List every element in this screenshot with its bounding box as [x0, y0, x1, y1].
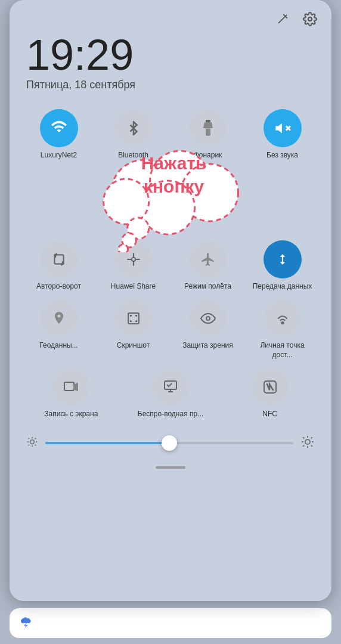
brightness-max-icon — [300, 435, 315, 452]
svg-point-33 — [305, 439, 310, 444]
cloud-text: Нажать кнопку — [141, 151, 207, 198]
svg-point-19 — [281, 322, 283, 324]
phone-panel: 19:29 Пятница, 18 сентября LuxuryNet2 — [10, 0, 331, 601]
rotate-button[interactable] — [40, 240, 78, 278]
svg-rect-17 — [128, 313, 139, 324]
svg-point-18 — [206, 317, 210, 320]
nfc-label: NFC — [262, 410, 277, 419]
control-eye-protect[interactable]: Защита зрения — [175, 299, 240, 360]
control-location[interactable]: Геоданны... — [26, 299, 91, 360]
svg-point-14 — [119, 244, 128, 252]
notification-icon: 🌩 — [19, 615, 32, 631]
time-section: 19:29 Пятница, 18 сентября — [10, 29, 331, 103]
svg-line-40 — [303, 445, 304, 447]
svg-rect-3 — [206, 120, 210, 122]
top-icons — [10, 0, 331, 29]
svg-line-41 — [311, 437, 312, 438]
control-wifi[interactable]: LuxuryNet2 — [26, 109, 91, 160]
notification-bar: 🌩 — [10, 608, 331, 638]
eye-protect-label: Защита зрения — [182, 341, 233, 351]
row4-grid: Запись с экрана Беспро-водная пр... NFC — [10, 366, 331, 425]
svg-marker-21 — [74, 383, 78, 391]
brightness-thumb[interactable] — [162, 435, 177, 451]
location-label: Геоданны... — [39, 341, 78, 351]
svg-line-39 — [311, 445, 312, 447]
svg-rect-20 — [64, 382, 74, 391]
control-mute[interactable]: Без звука — [250, 109, 315, 160]
edit-icon[interactable] — [273, 10, 292, 29]
control-screen-record[interactable]: Запись с экрана — [26, 368, 116, 419]
location-button[interactable] — [40, 299, 78, 338]
control-data-transfer[interactable]: Передача данных — [250, 240, 315, 292]
svg-point-24 — [30, 440, 35, 444]
eye-protect-button[interactable] — [189, 299, 227, 338]
brightness-min-icon — [26, 436, 38, 451]
svg-line-31 — [29, 445, 30, 446]
data-transfer-label: Передача данных — [253, 282, 312, 292]
screenshot-label: Скриншот — [117, 341, 150, 351]
hotspot-label: Личная точка дост... — [250, 341, 315, 360]
row3-grid: Геоданны... Скриншот — [10, 297, 331, 366]
control-rotate[interactable]: Авторо-ворот — [26, 240, 91, 292]
svg-point-16 — [131, 257, 135, 261]
wireless-label: Беспро-водная пр... — [138, 410, 203, 419]
date-display: Пятница, 18 сентября — [26, 79, 315, 91]
control-wireless[interactable]: Беспро-водная пр... — [126, 368, 216, 419]
bottom-handle — [10, 462, 331, 476]
control-screenshot[interactable]: Скриншот — [101, 299, 166, 360]
rotate-label: Авторо-ворот — [36, 282, 81, 292]
svg-line-29 — [29, 438, 30, 439]
mute-button[interactable] — [264, 109, 302, 147]
screen-record-button[interactable] — [52, 368, 90, 406]
svg-rect-4 — [206, 128, 210, 129]
hotspot-button[interactable] — [264, 299, 302, 338]
nfc-button[interactable] — [251, 368, 289, 406]
cloud-overlay: Нажать кнопку — [91, 133, 258, 252]
svg-line-30 — [35, 445, 36, 446]
control-hotspot[interactable]: Личная точка дост... — [250, 299, 315, 360]
mute-label: Без звука — [266, 151, 298, 160]
screenshot-button[interactable] — [114, 299, 153, 338]
huawei-share-label: Huawei Share — [111, 282, 156, 292]
settings-icon[interactable] — [300, 10, 320, 29]
svg-line-32 — [35, 438, 36, 439]
time-display: 19:29 — [26, 33, 315, 76]
brightness-track[interactable] — [45, 442, 293, 444]
wifi-button[interactable] — [40, 109, 78, 147]
svg-point-2 — [308, 17, 312, 21]
data-transfer-button[interactable] — [264, 240, 302, 278]
svg-line-38 — [303, 437, 304, 438]
screen-record-label: Запись с экрана — [44, 410, 98, 419]
airplane-label: Режим полёта — [184, 282, 231, 292]
wireless-button[interactable] — [151, 368, 190, 406]
brightness-fill — [45, 442, 169, 444]
brightness-row — [10, 425, 331, 462]
wifi-label: LuxuryNet2 — [41, 151, 77, 160]
control-nfc[interactable]: NFC — [225, 368, 315, 419]
handle-bar[interactable] — [156, 466, 185, 469]
